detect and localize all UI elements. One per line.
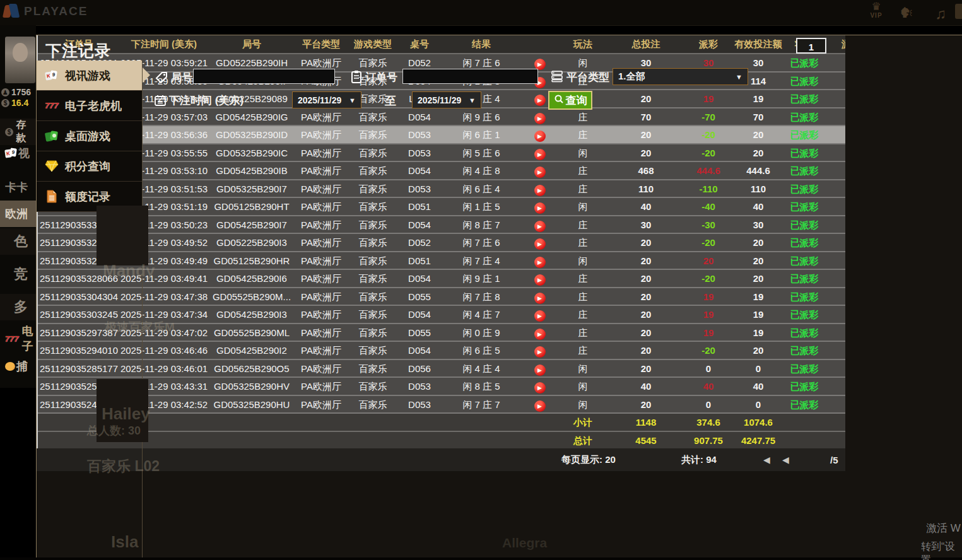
table-row[interactable]: 2511290352851772025-11-29 03:46:01GD0562… xyxy=(38,360,845,378)
first-page-button[interactable]: ◀ xyxy=(763,455,770,465)
game-no-label: 局号 xyxy=(171,70,192,85)
prev-page-button[interactable]: ◀ xyxy=(782,455,789,465)
play-icon[interactable]: ▶ xyxy=(534,166,546,178)
date-from-select[interactable]: 2025/11/29 ▼ xyxy=(292,91,361,108)
sidebar-item-video[interactable]: K9视 xyxy=(0,140,36,166)
table-row[interactable]: 2511290353534202025-11-29 03:51:53GD0532… xyxy=(38,180,845,199)
platform-type-select[interactable]: 1.全部 ▼ xyxy=(613,68,748,85)
cell-game xyxy=(826,360,845,377)
brand-logo[interactable]: PLAYACE xyxy=(4,4,88,19)
cell-replay: ▶ xyxy=(522,270,557,287)
cell-table_no: D054 xyxy=(399,108,440,125)
order-no-input[interactable] xyxy=(402,69,538,84)
status-badge: 已派彩 xyxy=(783,216,826,233)
cell-valid-bet: 20 xyxy=(734,126,783,143)
sidebar-item-kaka[interactable]: 卡卡 xyxy=(0,174,36,201)
play-icon[interactable]: ▶ xyxy=(534,382,546,394)
table-row[interactable]: 2511290353043042025-11-29 03:47:38GD0552… xyxy=(38,288,845,306)
table-row[interactable]: 2511290354066792025-11-29 03:56:36GD0532… xyxy=(38,126,845,144)
fish-icon xyxy=(5,362,15,371)
video-games-icon: K9 xyxy=(44,69,59,83)
play-icon[interactable]: ▶ xyxy=(534,238,546,250)
menu-item-slots[interactable]: 777电子老虎机 xyxy=(37,91,143,121)
menu-item-table-games[interactable]: 桌面游戏 xyxy=(37,121,143,151)
cell-replay: ▶ xyxy=(522,126,557,143)
cell-order: 251129035304304 xyxy=(38,288,120,305)
cell-payout: 40 xyxy=(683,378,734,395)
more-icon[interactable] xyxy=(955,4,962,19)
platform-type-label: 平台类型 xyxy=(566,70,609,85)
table-row[interactable]: 2511290354114992025-11-29 03:57:03GD0542… xyxy=(38,108,845,127)
table-row[interactable]: 2511290352493802025-11-29 03:42:52GD0532… xyxy=(38,396,845,414)
chevron-down-icon: ▼ xyxy=(736,73,742,81)
foot-payout: 907.75 xyxy=(683,432,734,448)
table-row[interactable]: 2511290352940102025-11-29 03:46:46GD0542… xyxy=(38,342,845,360)
balance-amount: $16.4 xyxy=(1,98,28,108)
table-row[interactable]: 2511290353298652025-11-29 03:49:52GD0522… xyxy=(38,234,845,252)
vip-icon[interactable]: ♛VIP xyxy=(865,3,887,19)
play-icon[interactable]: ▶ xyxy=(534,113,546,124)
menu-item-video-games[interactable]: K9视讯游戏 xyxy=(37,61,143,91)
sidebar-item-se[interactable]: 色 xyxy=(0,228,36,255)
cards-icon: K9 xyxy=(5,148,16,158)
cell-result: 闲 7 庄 7 xyxy=(440,396,522,413)
sidebar-item-europe[interactable]: 欧洲 xyxy=(0,201,36,227)
cell-total-bet: 20 xyxy=(609,324,683,341)
cell-game_no: GD05425B290IG xyxy=(208,108,295,125)
play-icon[interactable]: ▶ xyxy=(534,221,546,232)
play-icon[interactable]: ▶ xyxy=(534,257,546,268)
cell-game_no: GD05425B290IB xyxy=(208,162,295,179)
play-icon[interactable]: ▶ xyxy=(534,310,546,322)
foot-payout: 374.6 xyxy=(683,414,734,431)
cell-valid-bet: 40 xyxy=(734,198,783,215)
play-icon[interactable]: ▶ xyxy=(534,365,546,376)
table-row[interactable]: 2511290353684032025-11-29 03:53:10GD0542… xyxy=(38,162,845,180)
chevron-down-icon: ▼ xyxy=(469,96,476,104)
column-header: 下注时间 (美东) xyxy=(120,35,208,53)
document-icon xyxy=(44,190,59,204)
play-icon[interactable]: ▶ xyxy=(534,149,546,160)
table-row[interactable]: 2511290353992052025-11-29 03:55:55GD0532… xyxy=(38,144,845,163)
cell-platform: PA欧洲厅 xyxy=(295,342,347,359)
menu-item-points-query[interactable]: 积分查询 xyxy=(37,151,143,182)
play-icon[interactable]: ▶ xyxy=(534,293,546,304)
cell-total-bet: 20 xyxy=(609,90,683,107)
sidebar-item-duo[interactable]: 多 xyxy=(0,294,36,320)
music-icon[interactable]: ♫ xyxy=(930,5,951,21)
sidebar-item-fishing[interactable]: 捕 xyxy=(0,353,36,380)
search-button[interactable]: 查询 xyxy=(548,91,592,110)
cell-game xyxy=(826,216,845,233)
table-row[interactable]: 2511290353463652025-11-29 03:51:19GD0512… xyxy=(38,198,845,216)
support-chat-icon[interactable]: 🗣 xyxy=(896,5,917,21)
cell-game xyxy=(826,90,845,107)
menu-item-label: 视讯游戏 xyxy=(65,68,110,83)
cell-table_no: D055 xyxy=(399,324,440,341)
game-no-input[interactable] xyxy=(193,69,335,84)
play-icon[interactable]: ▶ xyxy=(534,185,546,196)
cell-total-bet: 20 xyxy=(609,126,683,143)
cell-platform: PA欧洲厅 xyxy=(295,198,347,215)
cell-game_no: GD05425B290I2 xyxy=(208,342,295,359)
cell-method: 庄 xyxy=(557,162,609,179)
date-to-select[interactable]: 2025/11/29 ▼ xyxy=(412,91,481,108)
table-row[interactable]: 2511290353294432025-11-29 03:49:49GD0512… xyxy=(38,252,845,271)
sidebar-item-jing[interactable]: 竞 xyxy=(0,261,36,288)
play-icon[interactable]: ▶ xyxy=(534,202,546,214)
play-icon[interactable]: ▶ xyxy=(534,95,546,106)
table-row[interactable]: 2511290353280662025-11-29 03:49:41GD0542… xyxy=(38,270,845,288)
play-icon[interactable]: ▶ xyxy=(534,131,546,142)
cell-replay: ▶ xyxy=(522,162,557,179)
play-icon[interactable]: ▶ xyxy=(534,329,546,340)
page-number-input[interactable]: 1 xyxy=(796,38,826,54)
play-icon[interactable]: ▶ xyxy=(534,274,546,286)
table-row[interactable]: 2511290353354822025-11-29 03:50:23GD0542… xyxy=(38,216,845,235)
cell-valid-bet: 444.6 xyxy=(734,162,783,179)
cell-valid-bet: 30 xyxy=(734,216,783,233)
play-icon[interactable]: ▶ xyxy=(534,346,546,358)
avatar[interactable] xyxy=(5,37,35,83)
table-row[interactable]: 2511290352565722025-11-29 03:43:31GD0532… xyxy=(38,378,845,396)
dealer-photo-bg xyxy=(97,206,148,265)
sidebar-item-slots[interactable]: 777 电子 xyxy=(0,325,36,352)
play-icon[interactable]: ▶ xyxy=(534,400,546,412)
cell-method: 庄 xyxy=(557,342,609,359)
